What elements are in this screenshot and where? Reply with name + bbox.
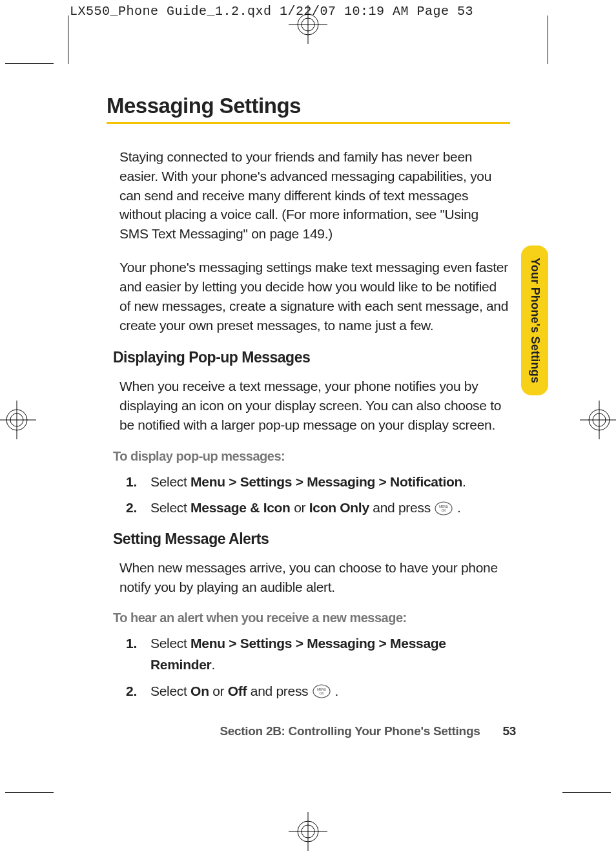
alerts-steps: 1. Select Menu > Settings > Messaging > … <box>126 633 510 702</box>
step-number: 1. <box>126 633 150 654</box>
page-body: Messaging Settings Staying connected to … <box>107 94 510 713</box>
intro-paragraph-1: Staying connected to your friends and fa… <box>119 147 510 244</box>
option: Off <box>228 684 247 698</box>
alerts-instruction-label: To hear an alert when you receive a new … <box>113 611 510 625</box>
footer-section-label: Section 2B: Controlling Your Phone's Set… <box>220 724 480 738</box>
menu-ok-key-icon: MENUOK <box>312 684 331 699</box>
text: . <box>211 657 215 672</box>
popup-heading: Displaying Pop-up Messages <box>113 349 510 366</box>
registration-mark-icon <box>0 401 36 439</box>
alerts-heading: Setting Message Alerts <box>113 530 510 548</box>
step-text: Select Menu > Settings > Messaging > Mes… <box>150 633 510 675</box>
text: Select <box>150 684 190 698</box>
list-item: 1. Select Menu > Settings > Messaging > … <box>126 633 510 675</box>
menu-ok-key-icon: MENUOK <box>434 501 453 516</box>
crop-mark <box>68 16 68 64</box>
step-text: Select Message & Icon or Icon Only and p… <box>150 497 510 519</box>
text: and press <box>247 684 312 698</box>
alerts-body: When new messages arrive, you can choose… <box>119 558 510 597</box>
step-number: 2. <box>126 497 150 519</box>
page-footer: Section 2B: Controlling Your Phone's Set… <box>220 724 516 738</box>
option: On <box>190 684 209 698</box>
step-text: Select On or Off and press MENUOK . <box>150 681 510 702</box>
step-number: 1. <box>126 472 150 493</box>
text: or <box>209 684 228 698</box>
registration-mark-icon <box>580 401 616 439</box>
list-item: 1. Select Menu > Settings > Messaging > … <box>126 472 510 493</box>
section-tab-label: Your Phone's Settings <box>528 258 542 383</box>
svg-text:OK: OK <box>442 508 447 512</box>
list-item: 2. Select Message & Icon or Icon Only an… <box>126 497 510 519</box>
print-slug: LX550_Phone Guide_1.2.qxd 1/22/07 10:19 … <box>70 4 473 19</box>
text: . <box>453 500 460 515</box>
menu-path: Menu > Settings > Messaging > Notificati… <box>190 474 462 489</box>
popup-body: When you receive a text message, your ph… <box>119 377 510 434</box>
text: Select <box>150 474 190 489</box>
text: . <box>462 474 466 489</box>
crop-mark <box>562 792 611 793</box>
page-number: 53 <box>502 724 516 738</box>
text: and press <box>369 500 435 515</box>
menu-path: Menu > Settings > Messaging > Message Re… <box>150 636 446 672</box>
step-text: Select Menu > Settings > Messaging > Not… <box>150 472 510 493</box>
option: Icon Only <box>309 500 369 515</box>
section-tab: Your Phone's Settings <box>521 245 548 395</box>
svg-text:OK: OK <box>319 691 324 695</box>
step-number: 2. <box>126 681 150 702</box>
list-item: 2. Select On or Off and press MENUOK . <box>126 681 510 702</box>
text: . <box>331 684 338 698</box>
option: Message & Icon <box>190 500 291 515</box>
popup-steps: 1. Select Menu > Settings > Messaging > … <box>126 472 510 519</box>
text: Select <box>150 636 190 651</box>
registration-mark-icon <box>289 5 327 44</box>
crop-mark <box>5 63 54 64</box>
text: or <box>291 500 309 515</box>
crop-mark <box>5 792 54 793</box>
text: Select <box>150 500 190 515</box>
intro-paragraph-2: Your phone's messaging settings make tex… <box>119 258 510 335</box>
crop-mark <box>548 16 548 64</box>
registration-mark-icon <box>289 812 327 851</box>
section-title: Messaging Settings <box>107 94 510 124</box>
popup-instruction-label: To display pop-up messages: <box>113 449 510 464</box>
